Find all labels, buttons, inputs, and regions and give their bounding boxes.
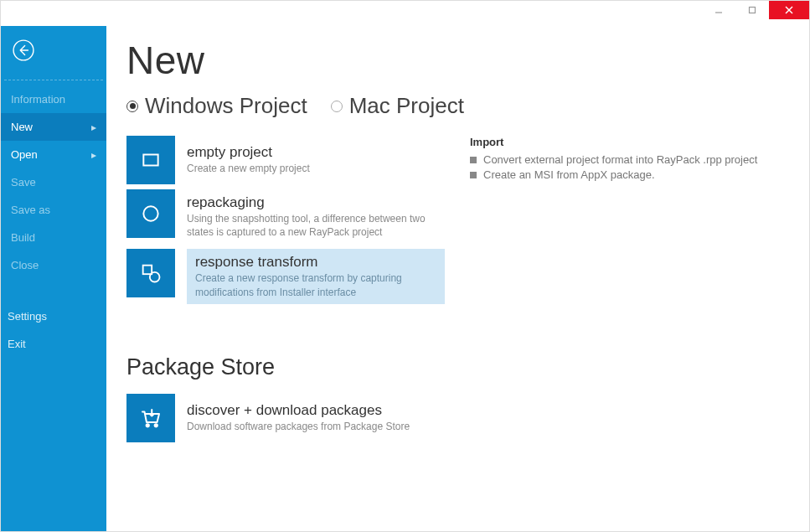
sidebar-item-close[interactable]: Close <box>1 251 106 279</box>
tile-desc: Create a new empty project <box>187 162 436 175</box>
circle-icon <box>126 189 175 238</box>
sidebar-item-label: Save as <box>11 204 50 216</box>
sidebar: Information New ▸ Open ▸ Save Save as Bu… <box>1 26 106 531</box>
radio-unselected-icon <box>331 101 343 112</box>
tile-desc: Download software packages from Package … <box>187 420 436 433</box>
sidebar-item-label: Open <box>11 148 38 161</box>
chevron-right-icon: ▸ <box>91 149 96 161</box>
tile-response-transform[interactable]: response transform Create a new response… <box>126 249 445 303</box>
window-controls <box>702 1 809 19</box>
sidebar-item-information[interactable]: Information <box>1 85 106 113</box>
maximize-button[interactable] <box>735 2 769 18</box>
tile-package-store[interactable]: discover + download packages Download so… <box>126 394 445 442</box>
import-section: Import Convert external project format i… <box>470 136 789 447</box>
svg-rect-7 <box>143 266 152 275</box>
import-item-convert[interactable]: Convert external project format into Ray… <box>470 153 789 166</box>
bullet-icon <box>470 157 477 163</box>
svg-point-8 <box>150 272 160 282</box>
section-package-store: Package Store <box>126 354 445 380</box>
svg-point-9 <box>147 424 149 426</box>
title-bar <box>1 1 809 26</box>
cart-icon <box>126 394 175 442</box>
tab-windows-project[interactable]: Windows Project <box>126 93 307 119</box>
project-templates: empty project Create a new empty project… <box>126 136 445 447</box>
sidebar-item-build[interactable]: Build <box>1 224 106 251</box>
import-item-label: Create an MSI from AppX package. <box>483 168 655 181</box>
tile-title: response transform <box>195 254 436 271</box>
chevron-right-icon: ▸ <box>91 121 96 133</box>
sidebar-item-open[interactable]: Open ▸ <box>1 141 106 168</box>
sidebar-item-exit[interactable]: Exit <box>0 330 110 358</box>
tile-repackaging[interactable]: repackaging Using the snapshotting tool,… <box>126 189 445 244</box>
tile-title: repackaging <box>187 194 436 211</box>
close-button[interactable] <box>769 1 809 19</box>
back-button[interactable] <box>1 33 106 80</box>
sidebar-item-label: Build <box>11 231 35 244</box>
sidebar-lower-group: Settings Exit <box>1 302 106 358</box>
import-heading: Import <box>470 136 789 148</box>
sidebar-item-label: Exit <box>8 338 26 350</box>
sidebar-item-save[interactable]: Save <box>1 168 106 196</box>
minimize-button[interactable] <box>702 2 735 18</box>
tile-desc: Using the snapshotting tool, a differenc… <box>187 212 436 239</box>
sidebar-item-label: New <box>11 121 33 133</box>
tile-title: empty project <box>187 144 436 161</box>
bullet-icon <box>470 172 477 178</box>
tile-empty-project[interactable]: empty project Create a new empty project <box>126 136 445 184</box>
tile-desc: Create a new response transform by captu… <box>195 271 436 298</box>
tab-label: Mac Project <box>349 93 464 119</box>
sidebar-item-label: Save <box>11 176 36 189</box>
sidebar-item-label: Settings <box>8 310 47 323</box>
tab-mac-project[interactable]: Mac Project <box>331 93 464 119</box>
import-item-label: Convert external project format into Ray… <box>483 153 757 166</box>
svg-point-10 <box>155 424 157 426</box>
tile-title: discover + download packages <box>187 402 436 419</box>
transform-icon <box>126 249 175 297</box>
tab-label: Windows Project <box>145 93 307 119</box>
import-item-msi-appx[interactable]: Create an MSI from AppX package. <box>470 168 789 181</box>
sidebar-item-save-as[interactable]: Save as <box>1 196 106 224</box>
square-icon <box>126 136 175 184</box>
sidebar-item-label: Information <box>11 93 65 106</box>
svg-point-6 <box>143 206 157 220</box>
sidebar-item-settings[interactable]: Settings <box>0 302 110 330</box>
sidebar-primary-group: Information New ▸ Open ▸ Save Save as Bu… <box>4 80 103 279</box>
radio-selected-icon <box>126 101 138 112</box>
page-title: New <box>126 38 789 83</box>
content-area: New Windows Project Mac Project empty pr… <box>106 26 809 531</box>
svg-rect-1 <box>750 8 756 13</box>
svg-rect-5 <box>143 155 157 166</box>
project-type-tabs: Windows Project Mac Project <box>126 93 789 119</box>
sidebar-item-label: Close <box>11 259 39 271</box>
sidebar-item-new[interactable]: New ▸ <box>1 113 106 141</box>
